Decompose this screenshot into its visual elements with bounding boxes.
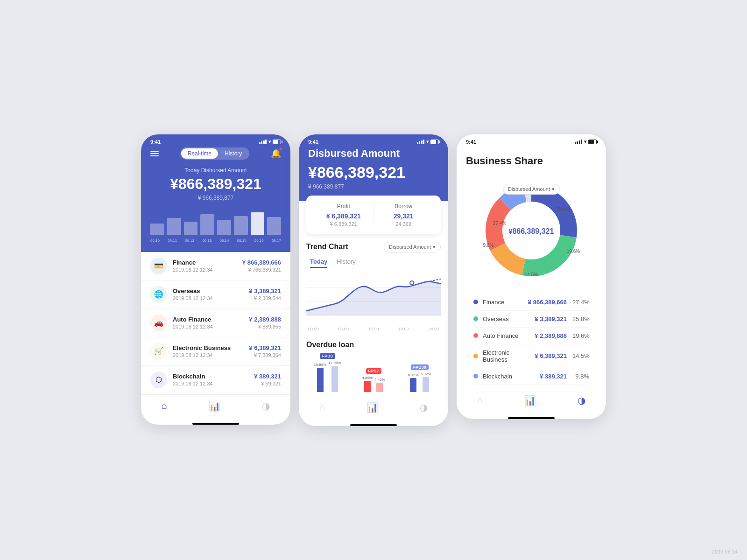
- list-secondary: ¥ 2,389,544: [249, 295, 281, 301]
- share-name: Electronic Business: [483, 349, 535, 363]
- list-name: Overseas: [173, 287, 249, 294]
- pie-nav-2[interactable]: ◑: [420, 402, 428, 413]
- share-item: Auto Finance ¥ 2,389,888 19.6%: [473, 328, 589, 344]
- svg-point-3: [410, 281, 414, 285]
- share-dot: [473, 300, 478, 304]
- svg-text:25.8%: 25.8%: [557, 207, 570, 212]
- list-item[interactable]: 💳 Finance 2019.08.12 12:34 ¥ 866,389,666…: [141, 252, 290, 280]
- borrow-label: Borrow: [374, 203, 434, 210]
- bottom-nav-2: ⌂ 📊 ◑: [299, 396, 448, 422]
- battery-icon-3: [588, 140, 597, 144]
- share-item: Electronic Business ¥ 6,389,321 14.5%: [473, 344, 589, 368]
- list-item[interactable]: 🌐 Overseas 2019.08.12 12:34 ¥ 3,389,321 …: [141, 280, 290, 309]
- finance-list: 💳 Finance 2019.08.12 12:34 ¥ 866,389,666…: [141, 252, 290, 394]
- home-indicator-2: [350, 424, 397, 426]
- overdue-group: FPD016.89%17.95%: [306, 353, 349, 392]
- share-value: ¥ 2,389,888: [535, 332, 567, 339]
- chart-nav-3[interactable]: 📊: [524, 395, 536, 406]
- share-pct: 14.5%: [572, 352, 589, 359]
- list-name: Finance: [173, 259, 242, 266]
- watermark: 2019.06.14: [712, 549, 738, 554]
- list-item[interactable]: 🛒 Electronic Business 2019.08.12 12:34 ¥…: [141, 337, 290, 366]
- svg-text:19.6%: 19.6%: [567, 249, 580, 254]
- home-indicator-3: [508, 417, 555, 419]
- share-dot: [473, 354, 478, 358]
- svg-text:9.8%: 9.8%: [483, 243, 494, 248]
- status-bar-2: 9:41 ▾: [299, 134, 448, 147]
- share-pct: 19.6%: [572, 332, 589, 339]
- list-amounts: ¥ 866,389,666 ¥ 766,389,321: [242, 259, 281, 273]
- list-primary: ¥ 6,389,321: [249, 344, 281, 351]
- list-primary: ¥ 2,389,888: [249, 316, 281, 323]
- borrow-val1: 29,321: [374, 212, 434, 220]
- time-3: 9:41: [466, 139, 476, 145]
- wifi-icon: ▾: [268, 139, 271, 144]
- home-nav-3[interactable]: ⌂: [477, 395, 483, 406]
- bar-col-6: [251, 212, 265, 235]
- share-name: Auto Finance: [483, 332, 535, 339]
- wifi-icon-2: ▾: [426, 139, 429, 144]
- disbursed-title: Disbursed Amount: [308, 147, 439, 160]
- overdue-section: Overdue loan FPD016.89%17.95%FPD74.89%4.…: [299, 335, 448, 396]
- share-dot: [473, 316, 478, 321]
- chart-nav[interactable]: 📊: [209, 400, 220, 412]
- share-item: Blockchain ¥ 389,321 9.8%: [473, 368, 589, 385]
- list-icon: ⬡: [150, 371, 167, 388]
- list-primary: ¥ 389,321: [254, 373, 281, 380]
- svg-text:27.4%: 27.4%: [493, 221, 506, 226]
- bar-col-4: [217, 220, 231, 235]
- list-amounts: ¥ 6,389,321 ¥ 7,389,364: [249, 344, 281, 358]
- donut-dropdown[interactable]: Disbursed Amount ▾: [503, 184, 560, 195]
- bar-col-0: [150, 224, 164, 235]
- list-info: Finance 2019.08.12 12:34: [173, 259, 242, 273]
- list-icon: 🌐: [150, 286, 167, 303]
- list-item[interactable]: ⬡ Blockchain 2019.08.12 12:34 ¥ 389,321 …: [141, 366, 290, 394]
- bar-col-3: [200, 214, 214, 235]
- notification-dot: [279, 147, 282, 150]
- trend-dropdown[interactable]: Disbursed Amount ▾: [384, 242, 441, 252]
- home-indicator: [192, 423, 239, 425]
- share-value: ¥ 3,389,321: [535, 315, 567, 322]
- list-secondary: ¥ 889,655: [249, 324, 281, 329]
- list-date: 2019.08.12 12:34: [173, 295, 249, 301]
- profit-val2: ¥ 6,389,321: [314, 221, 374, 227]
- hamburger-menu[interactable]: [150, 151, 159, 156]
- history-tab[interactable]: History: [218, 148, 248, 159]
- trend-header: Trend Chart Disbursed Amount ▾: [306, 242, 441, 252]
- status-icons-3: ▾: [575, 139, 597, 144]
- home-nav-2[interactable]: ⌂: [319, 402, 325, 413]
- list-item[interactable]: 🚗 Auto Finance 2019.08.12 12:34 ¥ 2,389,…: [141, 309, 290, 337]
- list-date: 2019.08.12 12:34: [173, 324, 249, 329]
- today-tab[interactable]: Today: [310, 258, 327, 268]
- toggle-group: Real-time History: [180, 147, 250, 160]
- list-info: Electronic Business 2019.08.12 12:34: [173, 344, 249, 358]
- bar-col-5: [234, 216, 248, 235]
- list-date: 2019.08.12 12:34: [173, 267, 242, 273]
- wifi-icon-3: ▾: [584, 139, 586, 144]
- list-amounts: ¥ 2,389,888 ¥ 889,655: [249, 316, 281, 329]
- overdue-chart: FPD016.89%17.95%FPD74.89%4.45%FPD306.12%…: [306, 355, 441, 392]
- borrow-val2: 24,369: [374, 221, 434, 227]
- list-amounts: ¥ 389,321 ¥ 59,321: [254, 373, 281, 386]
- list-name: Electronic Business: [173, 344, 249, 351]
- list-primary: ¥ 3,389,321: [249, 287, 281, 294]
- pie-nav[interactable]: ◑: [262, 400, 270, 412]
- bottom-nav-1: ⌂ 📊 ◑: [141, 394, 290, 421]
- phone1-nav: Real-time History 🔔: [150, 147, 281, 160]
- bar-col-1: [167, 218, 181, 235]
- phone1-header: Real-time History 🔔 Today Disbursed Amou…: [141, 147, 290, 252]
- bell-icon[interactable]: 🔔: [271, 149, 281, 158]
- chart-x-labels: 00.0006.0012.0018.0024.00: [306, 327, 441, 331]
- bottom-nav-3: ⌂ 📊 ◑: [457, 389, 606, 415]
- history-tab-2[interactable]: History: [337, 258, 355, 268]
- battery-icon-2: [430, 140, 439, 144]
- pie-nav-3[interactable]: ◑: [578, 395, 585, 406]
- share-name: Blockchain: [483, 373, 540, 380]
- list-secondary: ¥ 7,389,364: [249, 352, 281, 358]
- realtime-tab[interactable]: Real-time: [181, 148, 218, 159]
- home-nav[interactable]: ⌂: [162, 400, 167, 412]
- svg-text:14.5%: 14.5%: [525, 272, 538, 277]
- list-name: Blockchain: [173, 373, 254, 380]
- list-icon: 🚗: [150, 315, 167, 331]
- chart-nav-2[interactable]: 📊: [366, 402, 378, 413]
